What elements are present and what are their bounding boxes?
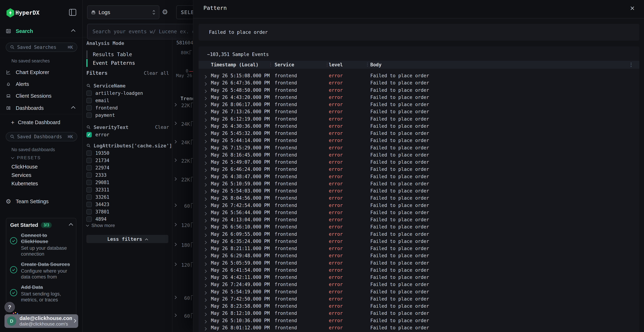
filter-option[interactable]: payment [86,112,169,119]
create-dashboard-button[interactable]: + Create Dashboard [0,118,82,127]
sidebar-item-alerts[interactable]: Alerts [0,80,82,88]
filter-option[interactable]: 32311 [86,186,169,193]
row-expand-chevron-icon[interactable] [204,246,206,252]
saved-dashboards-input[interactable]: Saved Dashboards ⌘K [6,132,77,141]
row-expand-chevron-icon[interactable] [204,304,206,310]
get-started-item[interactable]: Create Data SourcesConfigure where your … [6,258,76,281]
table-row[interactable]: May 26 5:44:14.000 PMfrontenderrorFailed… [198,137,639,144]
table-row[interactable]: May 26 4:43:20.000 PMfrontenderrorFailed… [198,94,639,101]
checkbox-icon[interactable] [86,105,92,110]
table-row[interactable]: May 26 8:06:17.000 PMfrontenderrorFailed… [198,101,639,108]
checkbox-icon[interactable] [86,216,92,222]
table-row[interactable]: May 26 5:48:50.000 PMfrontenderrorFailed… [198,86,639,94]
table-row[interactable]: May 26 5:45:32.000 PMfrontenderrorFailed… [198,130,639,137]
clear-all-button[interactable]: Clear all [144,70,169,76]
table-row[interactable]: May 26 8:04:56.000 PMfrontenderrorFailed… [198,194,639,202]
table-row[interactable]: May 26 6:29:48.000 PMfrontenderrorFailed… [198,252,639,259]
user-menu[interactable]: D dale@clickhouse.com dale@clickhouse.co… [4,314,78,328]
table-row[interactable]: May 26 5:49:07.000 PMfrontenderrorFailed… [198,158,639,166]
row-expand-chevron-icon[interactable] [204,138,206,144]
row-expand-chevron-icon[interactable] [204,117,206,122]
presets-toggle[interactable]: PRESETS [12,155,41,160]
checkbox-icon[interactable] [86,98,92,103]
filter-option[interactable]: 19350 [86,149,169,157]
row-expand-chevron-icon[interactable] [204,160,206,166]
analysis-mode-results-table[interactable]: Results Table [86,50,163,58]
source-settings-gear-icon[interactable]: ⚙ [162,8,168,16]
get-started-item[interactable]: Connect to ClickHouseSet up your databas… [6,229,76,258]
pattern-trend-row[interactable]: 24K [173,139,193,146]
row-expand-chevron-icon[interactable] [204,74,206,79]
sidebar-collapse-icon[interactable] [69,9,76,16]
column-resize-handle-icon[interactable]: ⋮ [365,62,370,67]
col-timestamp[interactable]: Timestamp (Local) [211,62,258,68]
pattern-trend-row[interactable]: 60 [173,203,193,209]
filter-option[interactable]: email [86,97,169,104]
analysis-mode-event-patterns[interactable]: Event Patterns [86,59,163,67]
table-row[interactable]: May 26 6:09:55.000 PMfrontenderrorFailed… [198,230,639,238]
filter-option[interactable]: 22974 [86,164,169,171]
row-expand-chevron-icon[interactable] [204,124,206,130]
row-expand-chevron-icon[interactable] [204,95,206,101]
checkbox-icon[interactable] [86,158,92,163]
table-row[interactable]: May 26 7:13:26.000 PMfrontenderrorFailed… [198,108,639,115]
table-row[interactable]: May 26 4:42:11.000 PMfrontenderrorFailed… [198,274,639,281]
table-row[interactable]: May 26 8:21:11.000 PMfrontenderrorFailed… [198,245,639,252]
table-row[interactable]: May 26 7:24:49.000 PMfrontenderrorFailed… [198,281,639,288]
filter-option[interactable]: 2333 [86,171,169,179]
table-row[interactable]: May 26 7:42:54.000 PMfrontenderrorFailed… [198,202,639,209]
pattern-trend-row[interactable]: 60 [173,295,193,302]
row-expand-chevron-icon[interactable] [204,153,206,158]
table-row[interactable]: May 26 4:38:47.000 PMfrontenderrorFailed… [198,173,639,180]
preset-clickhouse[interactable]: ClickHouse [12,164,38,170]
table-row[interactable]: May 26 6:35:24.000 PMfrontenderrorFailed… [198,238,639,245]
row-expand-chevron-icon[interactable] [204,204,206,209]
table-row[interactable]: May 26 6:46:24.000 PMfrontenderrorFailed… [198,166,639,172]
show-more-button[interactable]: Show more [86,223,115,228]
row-expand-chevron-icon[interactable] [204,146,206,151]
filter-option[interactable]: frontend [86,104,169,112]
get-started-item[interactable]: Add DataStart sending logs, metrics, or … [6,281,76,304]
checkbox-icon[interactable] [86,172,92,178]
help-button[interactable]: ? [4,302,15,312]
filter-option[interactable]: 33261 [86,193,169,201]
col-body[interactable]: Body [370,62,382,68]
filter-option[interactable]: 21734 [86,157,169,164]
table-row[interactable]: May 26 6:47:36.000 PMfrontenderrorFailed… [198,79,639,86]
row-expand-chevron-icon[interactable] [204,110,206,115]
pattern-trend-row[interactable]: 22K [173,102,193,109]
less-filters-button[interactable]: Less filters [86,235,168,243]
table-row[interactable]: May 26 5:10:59.000 PMfrontenderrorFailed… [198,180,639,187]
row-expand-chevron-icon[interactable] [204,167,206,173]
table-row[interactable]: May 26 5:15:08.000 PMfrontenderrorFailed… [198,72,639,79]
row-expand-chevron-icon[interactable] [204,297,206,302]
preset-kubernetes[interactable]: Kubernetes [12,181,38,186]
checkbox-icon[interactable] [86,112,92,118]
row-expand-chevron-icon[interactable] [204,239,206,245]
sidebar-item-dashboards[interactable]: Dashboards [0,104,82,112]
row-expand-chevron-icon[interactable] [204,232,206,238]
table-row[interactable]: May 26 5:56:44.000 PMfrontenderrorFailed… [198,209,639,216]
table-row[interactable]: May 26 4:13:04.000 PMfrontenderrorFailed… [198,216,639,223]
row-expand-chevron-icon[interactable] [204,311,206,317]
table-row[interactable]: May 26 6:25:44.000 PMfrontenderrorFailed… [198,331,639,332]
chevron-up-icon[interactable] [72,29,75,33]
row-expand-chevron-icon[interactable] [204,318,206,324]
checkbox-icon[interactable] [86,90,92,96]
row-expand-chevron-icon[interactable] [204,275,206,281]
row-expand-chevron-icon[interactable] [204,290,206,295]
filter-option[interactable]: 29081 [86,179,169,186]
table-row[interactable]: May 26 6:56:10.000 PMfrontenderrorFailed… [198,223,639,230]
saved-searches-input[interactable]: Saved Searches ⌘K [6,42,77,52]
pattern-trend-row[interactable]: 22K [173,158,193,164]
pattern-trend-row[interactable]: 180 [173,242,193,248]
row-expand-chevron-icon[interactable] [204,131,206,137]
pattern-trend-row[interactable]: 120 [173,222,193,228]
checkbox-checked-icon[interactable]: ✓ [86,132,92,138]
filter-option[interactable]: ✓error [86,131,169,138]
clear-filter-button[interactable]: Clear [155,124,169,130]
source-select[interactable]: Logs [87,5,160,19]
checkbox-icon[interactable] [86,194,92,200]
row-expand-chevron-icon[interactable] [204,189,206,194]
row-expand-chevron-icon[interactable] [204,196,206,202]
